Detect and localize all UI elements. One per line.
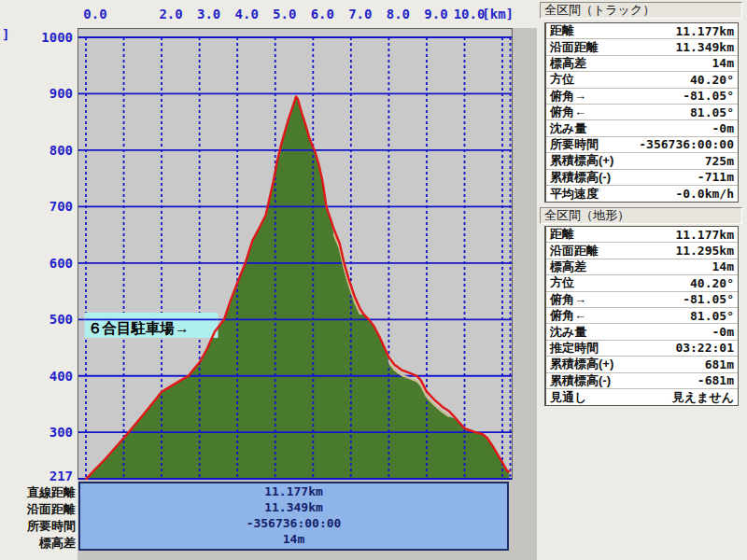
y-tick-label-700: 700 — [22, 199, 73, 214]
stat-label: 平均速度 — [550, 186, 599, 203]
stat-value: -81.05° — [683, 292, 734, 306]
x-tick-label-2.0: 2.0 — [149, 7, 192, 21]
stat-label: 標高差 — [550, 259, 586, 275]
stat-value: -356736:00:00 — [639, 137, 734, 151]
stat-value: 725m — [705, 154, 734, 168]
stat-row: 累積標高(+)681m — [546, 357, 738, 372]
stat-row: 所要時間-356736:00:00 — [546, 137, 738, 153]
stat-row: 俯角→-81.05° — [546, 292, 738, 308]
stat-label: 推定時間 — [550, 340, 599, 357]
stat-label: 累積標高(-) — [550, 169, 611, 186]
stat-value: -711m — [698, 170, 734, 184]
stat-row: 方位40.20° — [546, 72, 738, 88]
x-tick-label-8.0: 8.0 — [376, 7, 419, 21]
stat-label: 俯角→ — [550, 291, 586, 308]
stat-value: 81.05° — [690, 309, 734, 323]
x-tick-label-5.0: 5.0 — [263, 7, 306, 21]
stats-panel-track-header: 全区間（トラック） — [540, 2, 742, 19]
stat-row: 見通し見えません — [546, 389, 738, 405]
summary-row-label-2: 所要時間 — [0, 518, 76, 535]
stat-label: 累積標高(-) — [550, 372, 611, 389]
stat-value: -0.0km/h — [675, 187, 734, 201]
stats-panel-terrain-header: 全区間（地形） — [540, 207, 742, 224]
stat-label: 累積標高(+) — [550, 152, 613, 169]
stat-row: 距離11.177km — [546, 227, 738, 243]
y-tick-label-1000: 1000 — [22, 30, 73, 45]
stat-label: 俯角← — [550, 307, 586, 324]
stat-row: 累積標高(+)725m — [546, 153, 738, 169]
stat-value: 14m — [712, 56, 734, 70]
stat-row: 平均速度-0.0km/h — [546, 186, 738, 202]
y-tick-label-500: 500 — [22, 312, 73, 327]
stat-value: 11.177km — [675, 228, 734, 242]
stat-value: 11.295km — [675, 244, 734, 258]
stat-label: 距離 — [550, 22, 574, 39]
stat-value: 40.20° — [690, 276, 734, 290]
stat-value: 14m — [712, 259, 734, 273]
stat-value: 681m — [705, 357, 734, 371]
stat-value: 11.349km — [675, 40, 734, 54]
stat-row: 方位40.20° — [546, 275, 738, 291]
x-tick-label-3.0: 3.0 — [188, 7, 231, 21]
stat-row: 沈み量-0m — [546, 120, 738, 136]
stat-label: 距離 — [550, 226, 574, 243]
stat-label: 方位 — [550, 274, 574, 291]
summary-row-value-1: 11.349km — [80, 500, 507, 516]
y-tick-label-600: 600 — [22, 256, 73, 271]
stat-value: 見えません — [672, 389, 734, 406]
profile-chart-canvas: ６合目駐車場→ — [78, 28, 513, 480]
stat-value: -681m — [698, 373, 734, 387]
stat-row: 距離11.177km — [546, 23, 738, 39]
x-tick-label-0.0: 0.0 — [74, 7, 117, 21]
stat-row: 累積標高(-)-711m — [546, 170, 738, 186]
x-tick-label-10.0: 10.0 — [448, 7, 491, 21]
y-axis-unit-clipped: ] — [2, 27, 9, 42]
stat-value: 81.05° — [690, 105, 734, 119]
stats-panel-terrain-table: 距離11.177km沿面距離11.295km標高差14m方位40.20°俯角→-… — [544, 226, 739, 406]
stat-label: 沿面距離 — [550, 39, 599, 56]
stats-panel-track-table: 距離11.177km沿面距離11.349km標高差14m方位40.20°俯角→-… — [544, 22, 739, 203]
y-tick-label-400: 400 — [22, 369, 73, 384]
summary-row-label-1: 沿面距離 — [0, 501, 76, 518]
summary-row-label-0: 直線距離 — [0, 484, 76, 501]
stat-value: -0m — [712, 121, 734, 135]
stat-value: -0m — [712, 325, 734, 339]
summary-label-column: 直線距離沿面距離所要時間標高差 — [0, 484, 76, 552]
elevation-profile-window: { "chart": { "y_axis_unit_clipped": "]",… — [0, 0, 747, 560]
stat-value: 03:22:01 — [675, 341, 734, 355]
stat-value: -81.05° — [683, 89, 734, 103]
y-tick-label-800: 800 — [22, 143, 73, 158]
summary-row-value-0: 11.177km — [80, 484, 507, 500]
stat-row: 俯角←81.05° — [546, 308, 738, 324]
stat-row: 沿面距離11.295km — [546, 243, 738, 259]
stat-row: 俯角→-81.05° — [546, 89, 738, 105]
stat-label: 方位 — [550, 71, 574, 88]
stat-value: 11.177km — [675, 24, 734, 38]
stat-row: 沿面距離11.349km — [546, 39, 738, 55]
stat-row: 俯角←81.05° — [546, 105, 738, 120]
stat-value: 40.20° — [690, 73, 734, 87]
stat-label: 標高差 — [550, 55, 586, 72]
stat-row: 標高差14m — [546, 259, 738, 275]
stat-row: 沈み量-0m — [546, 324, 738, 340]
y-tick-label-217: 217 — [22, 469, 73, 483]
stat-label: 俯角← — [550, 104, 586, 120]
stat-label: 沈み量 — [550, 324, 586, 341]
stat-label: 所要時間 — [550, 136, 599, 153]
profile-chart: ６合目駐車場→ — [78, 28, 513, 480]
stat-label: 沈み量 — [550, 120, 586, 137]
summary-row-label-3: 標高差 — [0, 535, 76, 552]
stat-label: 俯角→ — [550, 88, 586, 105]
distance-summary-panel: 11.177km11.349km-356736:00:0014m — [78, 482, 509, 551]
stat-label: 沿面距離 — [550, 243, 599, 259]
stat-label: 累積標高(+) — [550, 356, 613, 372]
x-tick-label-7.0: 7.0 — [339, 7, 382, 21]
summary-row-value-3: 14m — [80, 532, 507, 548]
x-tick-label-6.0: 6.0 — [301, 7, 344, 21]
summary-row-value-2: -356736:00:00 — [80, 516, 507, 532]
y-tick-label-900: 900 — [22, 86, 73, 101]
stat-label: 見通し — [550, 389, 586, 406]
y-tick-label-300: 300 — [22, 425, 73, 440]
stat-row: 累積標高(-)-681m — [546, 373, 738, 389]
stat-row: 標高差14m — [546, 56, 738, 72]
